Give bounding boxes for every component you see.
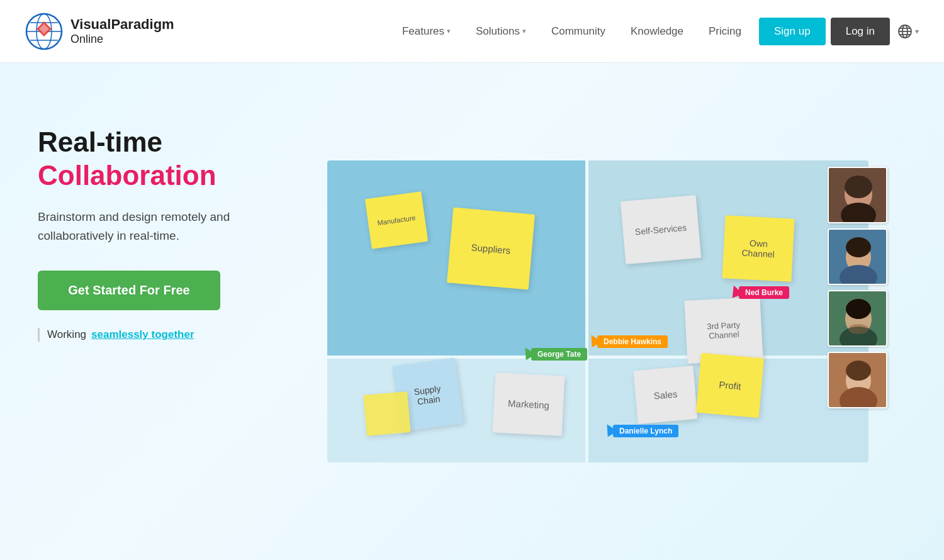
avatar-face-3 bbox=[829, 291, 887, 347]
working-text: Working seamlessly together bbox=[38, 328, 289, 342]
working-link[interactable]: seamlessly together bbox=[91, 328, 194, 341]
avatar-face-2 bbox=[829, 230, 887, 285]
avatar-4 bbox=[828, 352, 887, 408]
navbar: VisualParadigm Online Features ▾ Solutio… bbox=[0, 0, 944, 63]
nav-links: Features ▾ Solutions ▾ Community Knowled… bbox=[392, 20, 751, 43]
hero-left: Real-time Collaboration Brainstorm and d… bbox=[0, 63, 327, 379]
nav-community-link[interactable]: Community bbox=[541, 20, 615, 43]
hero-subtitle: Brainstorm and design remotely and colla… bbox=[38, 208, 289, 246]
avatar-1 bbox=[828, 167, 887, 223]
sticky-manufacture: Manufacture bbox=[365, 191, 428, 249]
nav-pricing-link[interactable]: Pricing bbox=[699, 20, 751, 43]
logo-area[interactable]: VisualParadigm Online bbox=[25, 13, 174, 50]
cta-button[interactable]: Get Started For Free bbox=[38, 271, 220, 310]
brand-name: VisualParadigm bbox=[70, 16, 174, 33]
logo-text: VisualParadigm Online bbox=[70, 16, 174, 47]
cursor-ned-burke-label: Ned Burke bbox=[739, 286, 789, 299]
nav-features-link[interactable]: Features ▾ bbox=[392, 20, 461, 43]
svg-point-14 bbox=[845, 176, 872, 198]
brand-sub: Online bbox=[70, 33, 174, 47]
diagram-container: Manufacture Suppliers Self-Services Own … bbox=[327, 160, 868, 462]
cursor-danielle-lynch: Danielle Lynch bbox=[604, 425, 678, 437]
cursor-george-tate-label: George Tate bbox=[531, 348, 587, 361]
sticky-self-services: Self-Services bbox=[621, 195, 701, 264]
working-plain: Working bbox=[47, 328, 86, 341]
sticky-small-yellow bbox=[363, 391, 410, 436]
nav-item-pricing[interactable]: Pricing bbox=[699, 20, 751, 43]
nav-solutions-link[interactable]: Solutions ▾ bbox=[466, 20, 536, 43]
cursor-danielle-lynch-label: Danielle Lynch bbox=[613, 425, 678, 437]
cursor-debbie-hawkins-label: Debbie Hawkins bbox=[597, 335, 668, 348]
login-button[interactable]: Log in bbox=[831, 18, 890, 45]
nav-item-community[interactable]: Community bbox=[541, 20, 615, 43]
globe-icon bbox=[897, 24, 913, 39]
avatar-3 bbox=[828, 290, 887, 347]
hero-right: Manufacture Suppliers Self-Services Own … bbox=[327, 63, 944, 560]
hero-title: Real-time Collaboration bbox=[38, 126, 289, 193]
nav-knowledge-link[interactable]: Knowledge bbox=[621, 20, 694, 43]
cursor-ned-burke: Ned Burke bbox=[730, 286, 789, 299]
sticky-suppliers: Suppliers bbox=[447, 208, 535, 290]
logo-icon bbox=[25, 13, 63, 50]
avatar-strip bbox=[828, 167, 887, 408]
cursor-george-tate: George Tate bbox=[522, 348, 587, 361]
sticky-sales: Sales bbox=[633, 366, 697, 424]
svg-point-18 bbox=[846, 237, 871, 257]
hero-title-plain: Real-time bbox=[38, 126, 162, 157]
hero-title-highlight: Collaboration bbox=[38, 160, 216, 191]
globe-chevron-icon: ▾ bbox=[915, 27, 919, 36]
svg-point-27 bbox=[846, 361, 871, 381]
nav-item-features[interactable]: Features ▾ bbox=[392, 20, 461, 43]
features-chevron-icon: ▾ bbox=[447, 27, 451, 35]
sticky-profit: Profit bbox=[696, 353, 764, 418]
nav-item-knowledge[interactable]: Knowledge bbox=[621, 20, 694, 43]
language-button[interactable]: ▾ bbox=[897, 24, 919, 39]
avatar-face-4 bbox=[829, 353, 887, 408]
svg-point-22 bbox=[846, 299, 871, 319]
cursor-debbie-hawkins: Debbie Hawkins bbox=[588, 335, 668, 348]
sticky-own-channel: Own Channel bbox=[722, 215, 794, 282]
avatar-face-1 bbox=[829, 168, 887, 223]
sticky-3rd-party-channel: 3rd Party Channel bbox=[684, 297, 763, 364]
nav-item-solutions[interactable]: Solutions ▾ bbox=[466, 20, 536, 43]
avatar-2 bbox=[828, 228, 887, 285]
svg-point-24 bbox=[848, 324, 868, 334]
sticky-marketing: Marketing bbox=[493, 372, 565, 436]
signup-button[interactable]: Sign up bbox=[759, 18, 826, 45]
solutions-chevron-icon: ▾ bbox=[522, 27, 526, 35]
hero-section: Real-time Collaboration Brainstorm and d… bbox=[0, 63, 944, 560]
